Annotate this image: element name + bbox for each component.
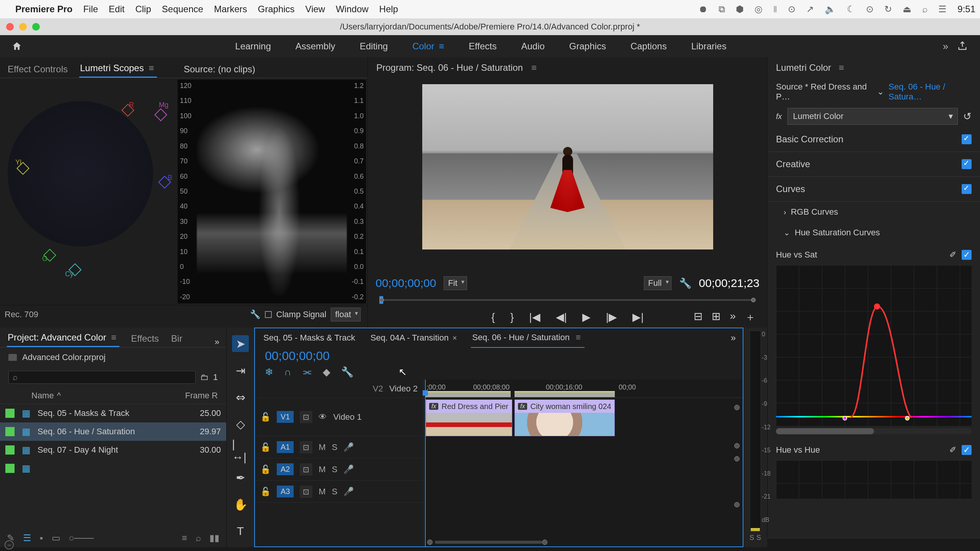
history-icon[interactable]: ↻ xyxy=(884,4,892,15)
cc-cloud-icon[interactable]: ◎ xyxy=(755,4,763,15)
eject-icon[interactable]: ⏏ xyxy=(903,4,911,15)
section-creative[interactable]: Creative xyxy=(768,152,980,177)
tab-effects[interactable]: Effects xyxy=(130,330,160,347)
workspace-overflow-icon[interactable]: » xyxy=(937,38,954,55)
track-v2-badge[interactable]: V2 xyxy=(373,384,383,394)
timeline-tracks[interactable]: ;00;00 00;00;08;00 00;00;16;00 00;00 fxR… xyxy=(423,380,743,546)
workspace-audio[interactable]: Audio xyxy=(521,41,544,52)
mark-out-button[interactable]: } xyxy=(510,311,514,323)
eyedropper-icon[interactable]: ✐ xyxy=(949,445,956,455)
list-item[interactable]: ▦ Seq. 07 - Day 4 Night 30.00 xyxy=(0,441,226,459)
add-button[interactable]: ＋ xyxy=(745,310,756,324)
timeline-tab[interactable]: Seq. 05 - Masks & Track xyxy=(262,331,357,345)
list-item[interactable]: ▦ xyxy=(0,459,226,478)
traffic-lights[interactable] xyxy=(6,23,40,31)
tab-bin[interactable]: Bir xyxy=(170,330,183,347)
new-bin-icon[interactable]: ▮▮ xyxy=(209,533,219,543)
section-toggle-checkbox[interactable] xyxy=(962,184,972,194)
clock[interactable]: 9:51 xyxy=(957,4,975,15)
section-toggle-checkbox[interactable] xyxy=(962,134,972,144)
voice-over-icon[interactable]: 🎤 xyxy=(343,465,354,474)
arrow-icon[interactable]: ↗ xyxy=(806,4,814,15)
track-a3-badge[interactable]: A3 xyxy=(277,486,294,497)
solo-right[interactable]: S xyxy=(756,534,761,542)
maximize-window-icon[interactable] xyxy=(32,23,40,31)
sync-lock-icon[interactable]: ⊡ xyxy=(300,463,312,476)
label-swatch[interactable] xyxy=(5,464,15,473)
linked-selection-icon[interactable]: ⫘ xyxy=(302,366,312,378)
export-button[interactable] xyxy=(954,38,971,55)
control-center-icon[interactable]: ☰ xyxy=(938,4,947,15)
extract-button[interactable]: ⊞ xyxy=(712,310,720,324)
equalizer-icon[interactable]: ⦀ xyxy=(773,4,777,15)
track-a1-badge[interactable]: A1 xyxy=(277,441,294,453)
timeline-tab[interactable]: Seq. 06 - Hue / Saturation ≡ xyxy=(471,328,585,348)
lumetri-source-label[interactable]: Source * Red Dress and P… xyxy=(776,82,872,102)
new-bin-icon[interactable]: 🗀 xyxy=(200,372,209,382)
hue-vs-sat-curve[interactable] xyxy=(776,265,972,426)
chevron-down-icon[interactable]: ⌄ xyxy=(877,87,884,97)
list-item[interactable]: ▦ Seq. 06 - Hue / Saturation 29.97 xyxy=(0,422,226,441)
sync-lock-icon[interactable]: ⊡ xyxy=(300,486,312,498)
rgb-curves-row[interactable]: › RGB Curves xyxy=(768,202,980,222)
menu-edit[interactable]: Edit xyxy=(109,4,124,15)
panel-overflow-icon[interactable]: » xyxy=(215,337,219,347)
menu-view[interactable]: View xyxy=(305,4,325,15)
play-button[interactable]: ▶ xyxy=(582,311,591,323)
mark-in-button[interactable]: { xyxy=(492,311,495,323)
label-swatch[interactable] xyxy=(5,409,15,418)
toggle-output-icon[interactable]: 👁 xyxy=(318,412,327,422)
lumetri-sequence-link[interactable]: Seq. 06 - Hue / Satura… xyxy=(889,82,972,102)
menu-sequence[interactable]: Sequence xyxy=(162,4,203,15)
sort-icon[interactable]: ≡ xyxy=(182,533,187,543)
effect-dropdown[interactable]: Lumetri Color xyxy=(787,108,958,125)
sync-lock-icon[interactable]: ⊡ xyxy=(300,411,312,423)
program-monitor[interactable] xyxy=(368,78,767,274)
audio-meter-bar[interactable]: 0-3-6-9-12-15-18-21dB xyxy=(750,331,761,531)
circle-icon[interactable]: ⊙ xyxy=(788,4,795,15)
project-search-input[interactable]: ⌕ xyxy=(8,371,196,384)
track-select-tool[interactable]: ⇥ xyxy=(232,362,249,379)
snap-icon[interactable]: ∩ xyxy=(284,366,291,378)
type-tool[interactable]: T xyxy=(232,523,249,540)
menu-window[interactable]: Window xyxy=(336,4,368,15)
resolution-dropdown[interactable]: Full xyxy=(644,276,671,290)
ripple-edit-tool[interactable]: ⇔ xyxy=(232,389,249,406)
curve-hscroll[interactable] xyxy=(776,428,972,434)
fx-badge[interactable]: fx xyxy=(518,403,527,410)
moon-icon[interactable]: ☾ xyxy=(847,4,855,15)
insert-tool-icon[interactable]: ❄ xyxy=(265,366,273,378)
lock-icon[interactable]: 🔓 xyxy=(260,487,271,497)
lumetri-menu-icon[interactable]: ≡ xyxy=(836,60,846,75)
voice-over-icon[interactable]: 🎤 xyxy=(343,487,354,497)
fx-badge[interactable]: fx xyxy=(429,403,438,410)
zoom-slider[interactable]: ○─── xyxy=(69,533,94,543)
workspace-editing[interactable]: Editing xyxy=(360,41,388,52)
tab-effect-controls[interactable]: Effect Controls xyxy=(7,61,69,78)
curve-toggle-checkbox[interactable]: ✓ xyxy=(962,250,972,260)
marker-icon[interactable]: ◆ xyxy=(323,366,330,378)
reset-button[interactable]: ↺ xyxy=(963,111,972,122)
minimize-window-icon[interactable] xyxy=(19,23,27,31)
hue-vs-hue-curve[interactable] xyxy=(776,460,972,499)
section-basic-correction[interactable]: Basic Correction xyxy=(768,127,980,152)
close-window-icon[interactable] xyxy=(6,23,14,31)
timeline-overflow-icon[interactable]: » xyxy=(731,333,736,343)
lock-icon[interactable]: 🔓 xyxy=(260,412,271,422)
lock-icon[interactable]: 🔓 xyxy=(260,465,271,474)
workspace-color[interactable]: Color≡ xyxy=(412,41,444,52)
lift-button[interactable]: ⊟ xyxy=(694,310,702,324)
lock-icon[interactable]: 🔓 xyxy=(260,442,271,452)
float-dropdown[interactable]: float xyxy=(331,308,361,321)
workspace-captions[interactable]: Captions xyxy=(630,41,667,52)
label-swatch[interactable] xyxy=(5,445,15,455)
bin-icon[interactable] xyxy=(8,354,17,361)
home-button[interactable] xyxy=(9,39,24,54)
screen-record-icon[interactable]: ⏺ xyxy=(699,4,708,15)
razor-tool[interactable]: ◇ xyxy=(232,416,249,432)
go-to-in-button[interactable]: |◀ xyxy=(529,311,540,323)
section-curves[interactable]: Curves xyxy=(768,177,980,202)
timeline-clip[interactable]: fxRed Dress and Pier xyxy=(426,399,512,436)
go-to-out-button[interactable]: ▶| xyxy=(632,311,644,323)
play-icon[interactable]: ⊙ xyxy=(866,4,874,15)
